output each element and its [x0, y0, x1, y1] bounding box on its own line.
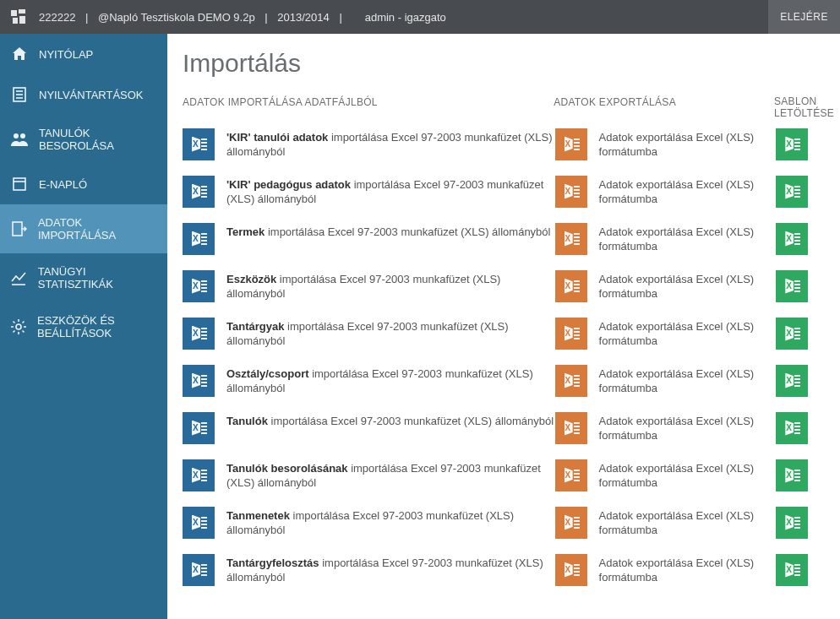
excel-tile-import[interactable]: X	[183, 128, 215, 160]
scroll-top-button[interactable]: ELEJÉRE	[768, 0, 840, 34]
import-cell: X Tanmenetek importálása Excel 97-2003 m…	[183, 507, 555, 539]
excel-icon: X	[190, 278, 207, 295]
excel-tile-download[interactable]: X	[776, 128, 808, 160]
download-cell: X	[776, 554, 825, 586]
sidebar-item-records[interactable]: NYILVÁNTARTÁSOK	[0, 74, 167, 115]
export-cell: X Adatok exportálása Excel (XLS) formátu…	[555, 365, 777, 397]
export-cell: X Adatok exportálása Excel (XLS) formátu…	[555, 128, 777, 160]
sidebar-item-import[interactable]: ADATOK IMPORTÁLÁSA	[0, 204, 167, 253]
svg-rect-2	[13, 18, 18, 24]
download-cell: X	[776, 507, 825, 539]
excel-icon: X	[190, 136, 207, 153]
breadcrumb-sep: |	[82, 11, 91, 24]
breadcrumb-user: admin - igazgato	[362, 11, 450, 24]
excel-tile-import[interactable]: X	[183, 270, 215, 302]
import-bold: 'KIR' pedagógus adatok	[226, 178, 351, 191]
svg-rect-1	[19, 9, 25, 14]
sidebar-item-settings[interactable]: ESZKÖZÖK ÉS BEÁLLÍTÁSOK	[0, 302, 167, 351]
svg-point-9	[20, 133, 25, 138]
excel-icon: X	[563, 514, 580, 531]
excel-icon: X	[563, 372, 580, 389]
excel-tile-import[interactable]: X	[183, 176, 215, 208]
excel-tile-import[interactable]: X	[183, 459, 215, 491]
import-bold: Tanulók	[226, 415, 268, 427]
sidebar-item-enaplo[interactable]: E-NAPLÓ	[0, 164, 167, 204]
excel-tile-export[interactable]: X	[555, 412, 587, 444]
excel-tile-export[interactable]: X	[555, 223, 587, 255]
import-rows: X 'KIR' tanulói adatok importálása Excel…	[183, 128, 825, 586]
svg-rect-0	[11, 10, 17, 16]
export-description: Adatok exportálása Excel (XLS) formátumb…	[599, 554, 777, 585]
breadcrumb-sep: |	[335, 11, 345, 24]
breadcrumb-year: 2013/2014	[274, 11, 332, 24]
download-cell: X	[776, 270, 825, 302]
excel-tile-export[interactable]: X	[555, 270, 587, 302]
topbar: 222222 | @Napló Tesztiskola DEMO 9.2p | …	[0, 0, 840, 34]
excel-tile-download[interactable]: X	[776, 412, 808, 444]
import-bold: Tanulók besorolásának	[226, 462, 348, 475]
download-cell: X	[776, 223, 825, 255]
import-bold: Termek	[226, 225, 265, 238]
export-cell: X Adatok exportálása Excel (XLS) formátu…	[555, 176, 777, 208]
excel-tile-import[interactable]: X	[183, 365, 215, 397]
main-content: Importálás ADATOK IMPORTÁLÁSA ADATFÁJLBÓ…	[167, 34, 840, 619]
excel-tile-export[interactable]: X	[555, 318, 587, 350]
excel-icon: X	[563, 562, 580, 578]
column-header-import: ADATOK IMPORTÁLÁSA ADATFÁJLBÓL	[183, 96, 554, 120]
sidebar-item-students[interactable]: TANULÓK BESOROLÁSA	[0, 115, 167, 164]
excel-icon: X	[783, 420, 800, 437]
excel-tile-download[interactable]: X	[776, 223, 808, 255]
excel-tile-import[interactable]: X	[183, 223, 215, 255]
excel-tile-export[interactable]: X	[555, 176, 587, 208]
excel-icon: X	[783, 183, 800, 200]
excel-tile-export[interactable]: X	[555, 128, 587, 160]
excel-tile-download[interactable]: X	[776, 507, 808, 539]
page-title: Importálás	[183, 49, 825, 78]
scroll-top-label: ELEJÉRE	[780, 11, 828, 23]
excel-icon: X	[563, 231, 580, 247]
excel-tile-export[interactable]: X	[555, 507, 587, 539]
excel-tile-download[interactable]: X	[776, 554, 808, 586]
excel-icon: X	[783, 136, 800, 153]
excel-tile-export[interactable]: X	[555, 554, 587, 586]
export-cell: X Adatok exportálása Excel (XLS) formátu…	[555, 270, 777, 302]
export-description: Adatok exportálása Excel (XLS) formátumb…	[599, 270, 777, 301]
import-icon	[10, 220, 28, 237]
sidebar-item-home[interactable]: NYITÓLAP	[0, 34, 167, 74]
export-cell: X Adatok exportálása Excel (XLS) formátu…	[555, 412, 777, 444]
excel-icon: X	[563, 136, 580, 153]
export-description: Adatok exportálása Excel (XLS) formátumb…	[599, 176, 777, 207]
sidebar: NYITÓLAP NYILVÁNTARTÁSOK TANULÓK BESOROL…	[0, 34, 167, 619]
excel-tile-download[interactable]: X	[776, 459, 808, 491]
excel-tile-import[interactable]: X	[183, 554, 215, 586]
import-cell: X Tanulók importálása Excel 97-2003 munk…	[183, 412, 555, 444]
download-cell: X	[776, 318, 825, 350]
excel-tile-import[interactable]: X	[183, 507, 215, 539]
excel-tile-download[interactable]: X	[776, 318, 808, 350]
import-cell: X 'KIR' tanulói adatok importálása Excel…	[183, 128, 555, 160]
export-description: Adatok exportálása Excel (XLS) formátumb…	[599, 507, 777, 538]
export-description: Adatok exportálása Excel (XLS) formátumb…	[599, 318, 777, 349]
excel-tile-export[interactable]: X	[555, 459, 587, 491]
excel-tile-import[interactable]: X	[183, 318, 215, 350]
excel-icon: X	[563, 183, 580, 200]
excel-tile-download[interactable]: X	[776, 270, 808, 302]
import-row: X 'KIR' pedagógus adatok importálása Exc…	[183, 176, 825, 208]
import-bold: Tantárgyfelosztás	[226, 557, 319, 569]
breadcrumb-id: 222222	[35, 11, 79, 24]
import-bold: Osztály/csoport	[226, 367, 309, 380]
sidebar-item-label: ADATOK IMPORTÁLÁSA	[38, 216, 157, 242]
book-icon	[10, 176, 29, 193]
excel-tile-download[interactable]: X	[776, 365, 808, 397]
excel-tile-export[interactable]: X	[555, 365, 587, 397]
breadcrumb-sep: |	[261, 11, 270, 24]
excel-tile-import[interactable]: X	[183, 412, 215, 444]
import-description: 'KIR' pedagógus adatok importálása Excel…	[226, 176, 555, 207]
download-cell: X	[776, 412, 825, 444]
import-cell: X Termek importálása Excel 97-2003 munka…	[183, 223, 555, 255]
sidebar-item-stats[interactable]: TANÜGYI STATISZTIKÁK	[0, 253, 167, 302]
home-icon	[10, 46, 29, 62]
excel-tile-download[interactable]: X	[776, 176, 808, 208]
excel-icon: X	[190, 325, 207, 342]
import-description: Tanulók besorolásának importálása Excel …	[226, 459, 555, 491]
